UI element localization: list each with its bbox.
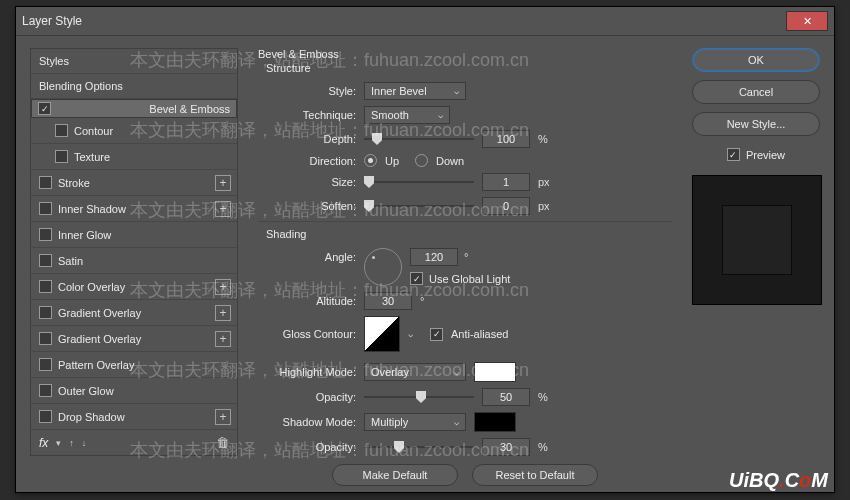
stroke-item[interactable]: Stroke+ bbox=[31, 170, 237, 196]
direction-down-radio[interactable] bbox=[415, 154, 428, 167]
gloss-contour-picker[interactable]: ⌵ bbox=[364, 316, 400, 352]
checkbox-icon[interactable] bbox=[39, 280, 52, 293]
checkbox-icon[interactable] bbox=[55, 124, 68, 137]
angle-wheel[interactable] bbox=[364, 248, 402, 286]
titlebar: Layer Style ✕ bbox=[16, 7, 834, 36]
chevron-down-icon: ⌵ bbox=[454, 367, 459, 377]
cancel-button[interactable]: Cancel bbox=[692, 80, 820, 104]
outer-glow-item[interactable]: Outer Glow bbox=[31, 378, 237, 404]
highlight-color-swatch[interactable] bbox=[474, 362, 516, 382]
sh-opacity-label: Opacity: bbox=[258, 441, 356, 453]
arrow-up-icon[interactable]: ↑ bbox=[69, 438, 74, 448]
style-list-footer: fx▾ ↑ ↓ 🗑 bbox=[31, 430, 237, 455]
chevron-down-icon: ⌵ bbox=[408, 329, 413, 339]
highlight-mode-label: Highlight Mode: bbox=[258, 366, 356, 378]
depth-slider[interactable] bbox=[364, 132, 474, 146]
reset-default-button[interactable]: Reset to Default bbox=[472, 464, 598, 486]
texture-item[interactable]: Texture bbox=[31, 144, 237, 170]
chevron-down-icon: ⌵ bbox=[454, 86, 459, 96]
checkbox-icon[interactable] bbox=[39, 358, 52, 371]
shadow-mode-select[interactable]: Multiply⌵ bbox=[364, 413, 466, 431]
checkbox-icon[interactable] bbox=[39, 384, 52, 397]
layer-style-dialog: Layer Style ✕ Styles Blending Options Be… bbox=[15, 6, 835, 493]
sh-opacity-slider[interactable] bbox=[364, 440, 474, 454]
global-light-checkbox[interactable] bbox=[410, 272, 423, 285]
make-default-button[interactable]: Make Default bbox=[332, 464, 458, 486]
style-select[interactable]: Inner Bevel⌵ bbox=[364, 82, 466, 100]
styles-header[interactable]: Styles bbox=[31, 49, 237, 74]
checkbox-icon[interactable] bbox=[39, 176, 52, 189]
right-panel: OK Cancel New Style... Preview bbox=[692, 48, 820, 492]
angle-input[interactable]: 120 bbox=[410, 248, 458, 266]
preview-swatch bbox=[722, 205, 792, 275]
contour-item[interactable]: Contour bbox=[31, 118, 237, 144]
size-slider[interactable] bbox=[364, 175, 474, 189]
checkbox-icon[interactable] bbox=[39, 254, 52, 267]
antialiased-checkbox[interactable] bbox=[430, 328, 443, 341]
close-icon: ✕ bbox=[803, 15, 812, 28]
satin-item[interactable]: Satin bbox=[31, 248, 237, 274]
sh-opacity-input[interactable]: 30 bbox=[482, 438, 530, 456]
size-label: Size: bbox=[258, 176, 356, 188]
checkbox-icon[interactable] bbox=[39, 410, 52, 423]
gradient-overlay-item[interactable]: Gradient Overlay+ bbox=[31, 300, 237, 326]
panel-title: Bevel & Emboss bbox=[258, 48, 672, 60]
arrow-down-icon[interactable]: ↓ bbox=[82, 438, 87, 448]
add-icon[interactable]: + bbox=[215, 331, 231, 347]
add-icon[interactable]: + bbox=[215, 201, 231, 217]
add-icon[interactable]: + bbox=[215, 305, 231, 321]
depth-input[interactable]: 100 bbox=[482, 130, 530, 148]
size-input[interactable]: 1 bbox=[482, 173, 530, 191]
checkbox-icon[interactable] bbox=[55, 150, 68, 163]
hl-opacity-label: Opacity: bbox=[258, 391, 356, 403]
shadow-mode-label: Shadow Mode: bbox=[258, 416, 356, 428]
blending-options[interactable]: Blending Options bbox=[31, 74, 237, 99]
altitude-label: Altitude: bbox=[258, 295, 356, 307]
add-icon[interactable]: + bbox=[215, 409, 231, 425]
settings-panel: Bevel & Emboss Structure Style:Inner Bev… bbox=[252, 48, 678, 492]
hl-opacity-input[interactable]: 50 bbox=[482, 388, 530, 406]
chevron-down-icon: ⌵ bbox=[454, 417, 459, 427]
checkbox-icon[interactable] bbox=[39, 228, 52, 241]
checkbox-icon[interactable] bbox=[39, 332, 52, 345]
preview-box bbox=[692, 175, 822, 305]
angle-label: Angle: bbox=[258, 248, 356, 263]
new-style-button[interactable]: New Style... bbox=[692, 112, 820, 136]
inner-glow-item[interactable]: Inner Glow bbox=[31, 222, 237, 248]
fx-menu[interactable]: fx bbox=[39, 436, 48, 450]
technique-label: Technique: bbox=[258, 109, 356, 121]
close-button[interactable]: ✕ bbox=[786, 11, 828, 31]
soften-input[interactable]: 0 bbox=[482, 197, 530, 215]
checkbox-icon[interactable] bbox=[38, 102, 51, 115]
preview-label: Preview bbox=[746, 149, 785, 161]
add-icon[interactable]: + bbox=[215, 175, 231, 191]
color-overlay-item[interactable]: Color Overlay+ bbox=[31, 274, 237, 300]
chevron-down-icon: ⌵ bbox=[438, 110, 443, 120]
altitude-input[interactable]: 30 bbox=[364, 292, 412, 310]
gloss-contour-label: Gloss Contour: bbox=[258, 328, 356, 340]
soften-label: Soften: bbox=[258, 200, 356, 212]
style-label: Style: bbox=[258, 85, 356, 97]
preview-checkbox[interactable] bbox=[727, 148, 740, 161]
style-list-panel: Styles Blending Options Bevel & Emboss C… bbox=[30, 48, 238, 492]
hl-opacity-slider[interactable] bbox=[364, 390, 474, 404]
bevel-emboss-item[interactable]: Bevel & Emboss bbox=[31, 99, 237, 118]
drop-shadow-item[interactable]: Drop Shadow+ bbox=[31, 404, 237, 430]
gradient-overlay-item-2[interactable]: Gradient Overlay+ bbox=[31, 326, 237, 352]
checkbox-icon[interactable] bbox=[39, 306, 52, 319]
structure-subtitle: Structure bbox=[266, 62, 672, 74]
depth-label: Depth: bbox=[258, 133, 356, 145]
direction-up-radio[interactable] bbox=[364, 154, 377, 167]
technique-select[interactable]: Smooth⌵ bbox=[364, 106, 450, 124]
direction-label: Direction: bbox=[258, 155, 356, 167]
highlight-mode-select[interactable]: Overlay⌵ bbox=[364, 363, 466, 381]
add-icon[interactable]: + bbox=[215, 279, 231, 295]
inner-shadow-item[interactable]: Inner Shadow+ bbox=[31, 196, 237, 222]
pattern-overlay-item[interactable]: Pattern Overlay bbox=[31, 352, 237, 378]
checkbox-icon[interactable] bbox=[39, 202, 52, 215]
shadow-color-swatch[interactable] bbox=[474, 412, 516, 432]
brand-watermark: UiBQ.CoM bbox=[729, 469, 828, 492]
soften-slider[interactable] bbox=[364, 199, 474, 213]
trash-icon[interactable]: 🗑 bbox=[216, 435, 229, 450]
ok-button[interactable]: OK bbox=[692, 48, 820, 72]
